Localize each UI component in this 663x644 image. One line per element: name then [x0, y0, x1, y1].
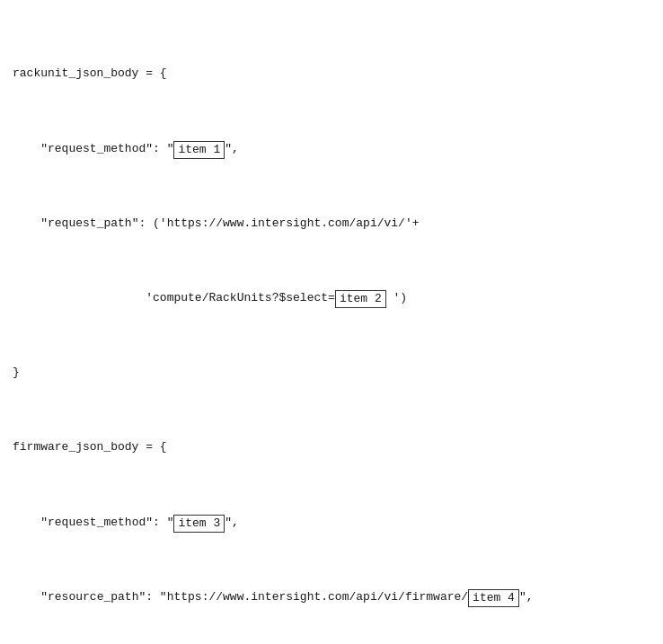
- item2-box[interactable]: item 2: [335, 290, 386, 308]
- code-editor: rackunit_json_body = { "request_method":…: [13, 9, 650, 644]
- line-01-text: rackunit_json_body = {: [13, 66, 167, 80]
- line-02: "request_method": "item 1",: [13, 140, 650, 159]
- line-07a: "request_method": ": [13, 516, 173, 529]
- item3-box[interactable]: item 3: [173, 515, 225, 533]
- line-05-text: }: [13, 366, 20, 379]
- line-08: "resource_path": "https://www.intersight…: [13, 588, 650, 607]
- line-06-text: firmware_json_body = {: [13, 440, 167, 454]
- line-08b: ",: [519, 590, 534, 604]
- item1-box[interactable]: item 1: [173, 141, 225, 159]
- line-04b: '): [386, 291, 407, 304]
- line-07: "request_method": "item 3",: [13, 514, 650, 533]
- line-07b: ",: [225, 516, 239, 529]
- line-06: firmware_json_body = {: [13, 438, 650, 457]
- line-02b: ",: [225, 142, 239, 155]
- line-01: rackunit_json_body = {: [13, 65, 650, 84]
- line-04: 'compute/RackUnits?$select=item 2 '): [13, 289, 650, 308]
- line-03-text: "request_path": ('https://www.intersight…: [13, 216, 420, 230]
- line-04a: 'compute/RackUnits?$select=: [13, 291, 335, 304]
- line-05: }: [13, 364, 650, 383]
- line-08a: "resource_path": "https://www.intersight…: [13, 590, 468, 604]
- line-03: "request_path": ('https://www.intersight…: [13, 215, 650, 234]
- item4-box[interactable]: item 4: [468, 589, 519, 607]
- line-02a: "request_method": ": [13, 142, 173, 155]
